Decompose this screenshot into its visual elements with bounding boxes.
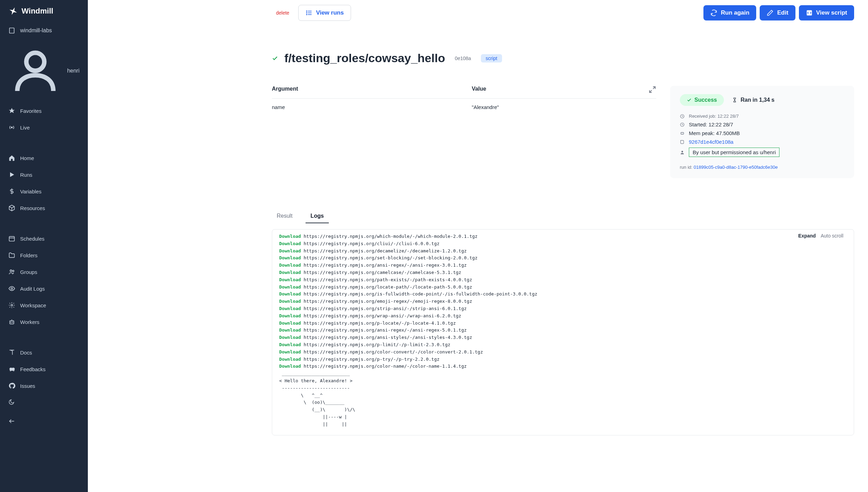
status-started: Started: 12:22 28/7 — [680, 120, 844, 129]
auto-scroll[interactable]: Auto scroll — [821, 233, 843, 239]
sidebar-item-variables[interactable]: Variables — [0, 183, 88, 200]
sidebar: Windmill windmill-labs henri Favorites L… — [0, 0, 88, 492]
sidebar-item-folders[interactable]: Folders — [0, 247, 88, 264]
run-id-link[interactable]: 01899c05-c9a0-d8ac-1790-e50fadc6e30e — [694, 165, 778, 170]
svg-line-26 — [653, 87, 655, 89]
sidebar-label-favorites: Favorites — [20, 108, 42, 114]
sidebar-item-docs[interactable]: Docs — [0, 344, 88, 361]
args-row: name "Alexandre" — [272, 99, 656, 116]
run-again-label: Run again — [721, 9, 749, 16]
svg-point-10 — [10, 270, 12, 272]
args-header-argument: Argument — [272, 86, 472, 93]
ran-in-label: Ran in 1,34 s — [741, 97, 775, 103]
dollar-icon — [8, 188, 15, 195]
status-permission: By user but permissioned as u/henri — [680, 146, 844, 158]
logo[interactable]: Windmill — [0, 0, 88, 22]
sidebar-item-favorites[interactable]: Favorites — [0, 102, 88, 119]
view-runs-label: View runs — [316, 9, 344, 16]
arg-name: name — [272, 104, 472, 110]
arg-value: "Alexandre" — [472, 104, 656, 110]
user-selector[interactable]: henri — [0, 39, 88, 102]
edit-button[interactable]: Edit — [760, 5, 795, 20]
sidebar-item-schedules[interactable]: Schedules — [0, 230, 88, 247]
sidebar-label: Runs — [20, 172, 32, 178]
svg-rect-30 — [681, 132, 684, 134]
sidebar-label: Home — [20, 155, 34, 161]
clock-icon — [680, 114, 685, 119]
hourglass-icon — [732, 98, 737, 102]
sidebar-label: Docs — [20, 350, 32, 356]
logs-panel: Expand Auto scroll Download https://regi… — [272, 229, 854, 435]
workspace-selector[interactable]: windmill-labs — [0, 22, 88, 39]
view-script-button[interactable]: View script — [799, 5, 854, 20]
sidebar-item-issues[interactable]: Issues — [0, 377, 88, 394]
header-row: f/testing_roles/cowsay_hello 0e108a scri… — [272, 51, 854, 65]
args-header-value: Value — [472, 86, 649, 93]
view-runs-button[interactable]: View runs — [298, 5, 351, 21]
svg-point-13 — [11, 305, 13, 306]
status-received: Received job: 12:22 28/7 — [680, 112, 844, 120]
sidebar-label: Workers — [20, 319, 40, 325]
collapse-sidebar[interactable] — [0, 411, 88, 432]
workspace-name: windmill-labs — [20, 27, 52, 34]
svg-point-22 — [307, 11, 307, 11]
svg-point-12 — [11, 288, 13, 290]
sidebar-label: Variables — [20, 189, 41, 194]
sidebar-item-workers[interactable]: Workers — [0, 314, 88, 330]
script-path: f/testing_roles/cowsay_hello — [284, 51, 445, 65]
run-again-button[interactable]: Run again — [703, 5, 756, 20]
sidebar-item-resources[interactable]: Resources — [0, 200, 88, 216]
sidebar-label: Folders — [20, 252, 37, 258]
svg-point-6 — [11, 127, 12, 128]
sidebar-item-groups[interactable]: Groups — [0, 264, 88, 280]
sidebar-item-home[interactable]: Home — [0, 150, 88, 166]
check-icon — [272, 55, 278, 61]
code-icon — [806, 9, 813, 16]
calendar-icon — [8, 235, 15, 242]
user-icon — [8, 44, 62, 98]
delete-link[interactable]: delete — [272, 7, 293, 18]
user-name: henri — [67, 68, 80, 74]
logs-content[interactable]: Download https://registry.npmjs.org/whic… — [272, 230, 854, 435]
arrow-left-icon — [8, 418, 15, 425]
sidebar-item-workspace[interactable]: Workspace — [0, 297, 88, 314]
list-icon — [306, 9, 312, 16]
expand-icon[interactable] — [649, 86, 656, 93]
svg-point-5 — [26, 53, 44, 71]
svg-rect-0 — [9, 28, 14, 33]
box-icon — [8, 205, 15, 211]
sidebar-item-feedbacks[interactable]: Feedbacks — [0, 361, 88, 377]
refresh-icon — [710, 9, 717, 16]
edit-icon — [767, 9, 774, 16]
sidebar-label: Resources — [20, 205, 45, 211]
sidebar-item-audit-logs[interactable]: Audit Logs — [0, 280, 88, 297]
status-panel: Success Ran in 1,34 s Received job: 12:2… — [670, 86, 854, 178]
svg-point-37 — [682, 151, 683, 152]
script-badge: script — [481, 54, 502, 62]
permission-label: By user but permissioned as u/henri — [689, 148, 779, 157]
windmill-icon — [8, 6, 18, 16]
tab-logs[interactable]: Logs — [306, 209, 328, 223]
building-icon — [8, 27, 15, 34]
theme-toggle[interactable] — [0, 394, 88, 411]
play-icon — [8, 171, 15, 178]
tabs: Result Logs — [272, 209, 854, 224]
sidebar-label: Groups — [20, 269, 37, 275]
toolbar: delete View runs Run again Edit View scr… — [272, 5, 854, 21]
sidebar-item-runs[interactable]: Runs — [0, 166, 88, 183]
edit-label: Edit — [777, 9, 788, 16]
svg-point-24 — [307, 14, 307, 15]
svg-line-27 — [650, 90, 652, 92]
svg-point-11 — [12, 270, 14, 272]
star-icon — [8, 107, 15, 114]
success-label: Success — [694, 97, 717, 103]
sidebar-label: Workspace — [20, 302, 46, 308]
tab-result[interactable]: Result — [272, 209, 297, 223]
sidebar-label: Issues — [20, 383, 35, 389]
home-icon — [8, 155, 15, 161]
view-script-label: View script — [816, 9, 847, 16]
expand-logs[interactable]: Expand — [798, 233, 816, 239]
commit-hash-link[interactable]: 9267d1e4cf0e108a — [689, 139, 733, 145]
status-commit: 9267d1e4cf0e108a — [680, 137, 844, 146]
sidebar-item-live[interactable]: Live — [0, 119, 88, 136]
